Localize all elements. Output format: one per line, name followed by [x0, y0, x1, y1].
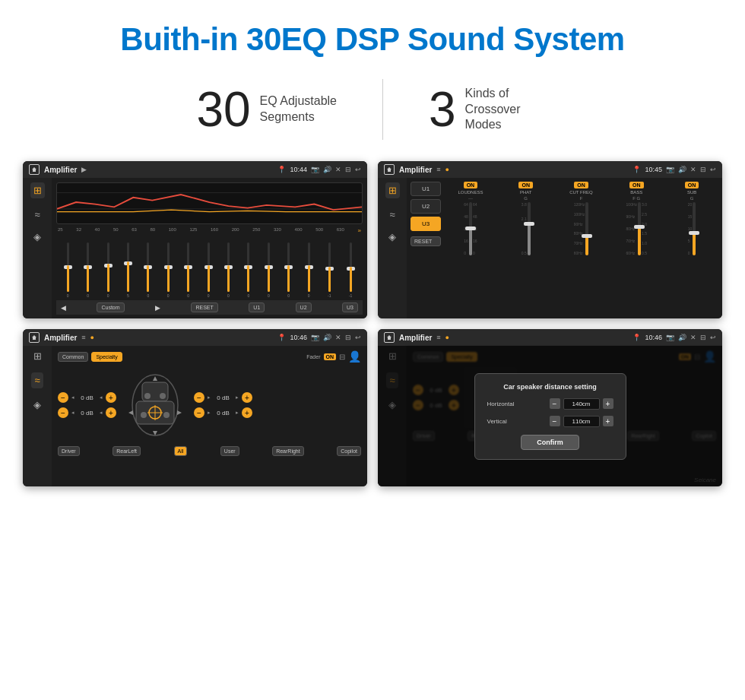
fader-fl-minus[interactable]: − [58, 392, 68, 403]
preset-u1[interactable]: U1 [411, 182, 441, 196]
fader-bottom-row: Driver RearLeft All User RearRight Copil… [58, 446, 361, 456]
fader-right-db: − ▸ 0 dB ▸ + − ▸ 0 dB ▸ + [194, 392, 252, 418]
fader-rearleft-btn[interactable]: RearLeft [113, 446, 141, 456]
dialog-vertical-value: 110cm [563, 416, 600, 427]
crossover-time: 10:45 [645, 166, 662, 173]
fader-rl-minus[interactable]: − [58, 407, 68, 418]
cutfreq-slider[interactable] [585, 202, 588, 255]
fader-vol-sidebar[interactable]: ◈ [33, 399, 41, 410]
preset-u2[interactable]: U2 [411, 199, 441, 214]
fader-fr-plus[interactable]: + [242, 392, 252, 403]
eq-reset-btn[interactable]: RESET [191, 302, 217, 312]
fader-left-db: − ◂ 0 dB ◂ + − ◂ 0 dB ◂ + [58, 392, 116, 418]
distance-app-title: Amplifier [399, 334, 432, 342]
crossover-eq-sidebar[interactable]: ⊞ [385, 182, 400, 198]
fader-specialty-tab[interactable]: Specialty [91, 352, 122, 362]
fader-driver-btn[interactable]: Driver [58, 446, 80, 456]
eq-u3-btn[interactable]: U3 [342, 302, 358, 312]
fader-toggle-icon[interactable]: ⊟ [339, 353, 345, 361]
dialog-vertical-minus[interactable]: − [550, 416, 560, 426]
loudness-on[interactable]: ON [464, 182, 478, 188]
fader-rearright-btn[interactable]: RearRight [272, 446, 304, 456]
eq-slider-1[interactable]: 0 [67, 242, 69, 298]
crossover-back-icon[interactable]: ↩ [710, 166, 716, 173]
loudness-label: LOUDNESS [458, 190, 483, 195]
fader-wave-sidebar[interactable]: ≈ [31, 372, 43, 388]
eq-custom-btn[interactable]: Custom [97, 302, 124, 312]
eq-x-icon[interactable]: ✕ [335, 166, 341, 173]
crossover-menu-icon[interactable]: ≡ [436, 166, 440, 173]
distance-home-icon[interactable] [384, 332, 395, 343]
eq-sliders: 0 0 0 5 0 0 0 0 0 0 0 0 0 -1 -1 [56, 237, 363, 298]
crossover-x-icon[interactable]: ✕ [690, 166, 696, 173]
fader-menu-icon[interactable]: ≡ [81, 334, 85, 341]
preset-u3[interactable]: U3 [411, 217, 441, 231]
fader-user-btn[interactable]: User [220, 446, 239, 456]
bass-on[interactable]: ON [629, 182, 644, 188]
loudness-slider[interactable] [469, 202, 472, 255]
eq-u1-btn[interactable]: U1 [249, 302, 265, 312]
eq-sidebar-wave[interactable]: ≈ [34, 209, 40, 220]
fader-x-icon[interactable]: ✕ [335, 334, 341, 341]
fader-label-text: Fader [306, 354, 320, 360]
dialog-horizontal-minus[interactable]: − [550, 398, 560, 409]
fader-volume-icon: 🔊 [323, 334, 331, 341]
eq-play-icon[interactable]: ▶ [81, 166, 87, 173]
cutfreq-label: CUT FREQ [569, 190, 593, 195]
sub-on[interactable]: ON [685, 182, 699, 188]
crossover-home-icon[interactable] [384, 164, 395, 175]
dialog-vertical-plus[interactable]: + [603, 416, 613, 426]
fader-rr-plus[interactable]: + [242, 407, 252, 418]
phat-on[interactable]: ON [518, 182, 533, 188]
svg-point-19 [163, 412, 170, 418]
dialog-horizontal-plus[interactable]: + [603, 398, 613, 409]
fader-copilot-btn[interactable]: Copilot [337, 446, 361, 456]
stat2-label: Kinds of Crossover Modes [465, 86, 549, 133]
eq-prev-btn[interactable]: ◀ [61, 304, 66, 312]
distance-window-icon[interactable]: ⊟ [700, 334, 706, 341]
fader-eq-sidebar[interactable]: ⊞ [33, 350, 42, 362]
fader-fr-minus[interactable]: − [194, 392, 204, 403]
crossover-camera-icon: 📷 [666, 166, 674, 173]
eq-window-icon[interactable]: ⊟ [345, 166, 351, 173]
fader-all-btn[interactable]: All [174, 446, 188, 456]
svg-marker-4 [387, 167, 392, 172]
crossover-wave-sidebar[interactable]: ≈ [389, 209, 395, 220]
fader-back-icon[interactable]: ↩ [355, 334, 361, 341]
dialog-horizontal-value: 140cm [563, 398, 600, 410]
bass-slider[interactable] [638, 202, 641, 255]
fader-screen: Amplifier ≡ ● 📍 10:46 📷 🔊 ✕ ⊟ ↩ ⊞ ≈ ◈ [23, 329, 367, 486]
fader-fl-plus[interactable]: + [106, 392, 116, 403]
fader-home-icon[interactable] [29, 332, 40, 343]
crossover-window-icon[interactable]: ⊟ [700, 166, 706, 173]
home-icon[interactable] [29, 164, 40, 175]
fader-person-icon[interactable]: 👤 [348, 350, 361, 363]
crossover-vol-sidebar[interactable]: ◈ [388, 231, 396, 242]
fader-rl-plus[interactable]: + [106, 407, 116, 418]
fader-app-title: Amplifier [44, 334, 77, 342]
eq-u2-btn[interactable]: U2 [296, 302, 312, 312]
fader-rr-minus[interactable]: − [194, 407, 204, 418]
crossover-reset-btn[interactable]: RESET [411, 236, 441, 246]
fader-on-badge[interactable]: ON [324, 353, 337, 360]
phat-slider[interactable] [528, 202, 531, 255]
svg-point-17 [160, 393, 166, 399]
eq-next-btn[interactable]: ▶ [155, 304, 160, 312]
page-title: Buith-in 30EQ DSP Sound System [0, 0, 745, 65]
sub-slider[interactable] [693, 202, 696, 255]
distance-back-icon[interactable]: ↩ [710, 334, 716, 341]
eq-sidebar-vol[interactable]: ◈ [33, 231, 41, 242]
car-diagram [121, 367, 189, 443]
fader-window-icon[interactable]: ⊟ [345, 334, 351, 341]
distance-x-icon[interactable]: ✕ [690, 334, 696, 341]
eq-sidebar-eq[interactable]: ⊞ [30, 182, 45, 198]
distance-menu-icon[interactable]: ≡ [436, 334, 440, 341]
eq-location-icon: 📍 [277, 166, 286, 173]
confirm-button[interactable]: Confirm [521, 435, 579, 450]
eq-back-icon[interactable]: ↩ [355, 166, 361, 173]
distance-screen: Amplifier ≡ ● 📍 10:46 📷 🔊 ✕ ⊟ ↩ ⊞ ≈ ◈ [378, 329, 722, 486]
cutfreq-on[interactable]: ON [574, 182, 588, 188]
fader-common-tab[interactable]: Common [58, 352, 88, 362]
eq-freq-labels: 2532405063 80100125160200 25032040050063… [56, 227, 363, 234]
distance-time: 10:46 [645, 334, 662, 341]
